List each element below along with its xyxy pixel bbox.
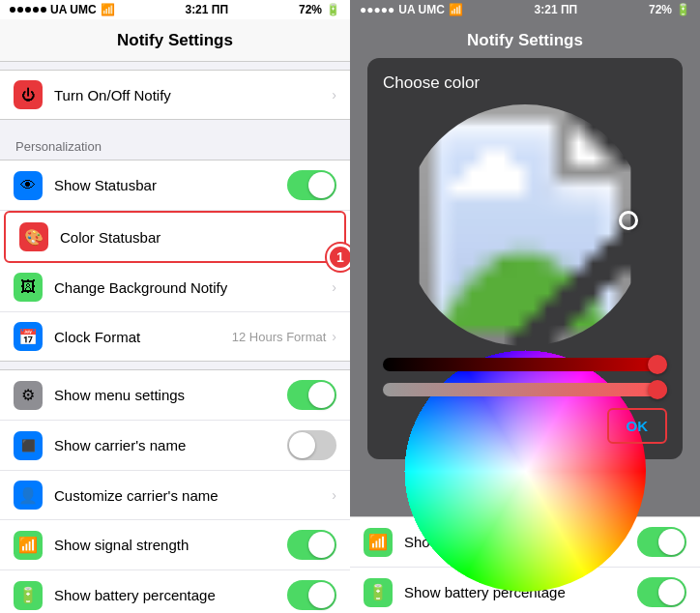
- right-status-bar: ●●●●● UA UMC 📶 3:21 ПП 72% 🔋: [350, 0, 700, 19]
- left-nav-title: Notify Settings: [117, 31, 233, 50]
- customize-carrier-icon: 👤: [14, 481, 43, 510]
- behind-signal-toggle: [637, 527, 686, 557]
- color-statusbar-label: Color Statusbar: [60, 229, 331, 246]
- clock-format-chevron: ›: [332, 329, 336, 344]
- show-menu-label: Show menu settings: [54, 387, 287, 403]
- color-wheel-container[interactable]: [404, 104, 646, 346]
- show-statusbar-toggle[interactable]: [287, 170, 336, 200]
- show-menu-knob: [308, 382, 335, 408]
- show-menu-toggle[interactable]: [287, 380, 336, 410]
- right-wifi-icon: 📶: [449, 3, 463, 16]
- color-statusbar-icon: 🎨: [19, 222, 48, 251]
- customize-carrier-row[interactable]: 👤 Customize carrier's name ›: [0, 471, 350, 520]
- show-battery-label: Show battery percentage: [54, 587, 287, 603]
- left-nav-bar: Notify Settings: [0, 19, 350, 62]
- color-statusbar-row[interactable]: 🎨 Color Statusbar 1: [4, 211, 346, 263]
- light-slider-row: [383, 383, 667, 396]
- signal-dots: [10, 7, 46, 13]
- show-carrier-toggle[interactable]: [287, 430, 336, 460]
- left-settings-list[interactable]: ⏻ Turn On/Off Notify › Personalization 👁…: [0, 62, 350, 613]
- show-statusbar-knob: [308, 172, 335, 198]
- right-signal-dots: ●●●●●: [360, 3, 394, 16]
- change-bg-icon: 🖼: [14, 273, 43, 302]
- left-status-bar-left: UA UMC 📶: [10, 3, 115, 16]
- time-display: 3:21 ПП: [185, 3, 228, 16]
- color-wheel-svg[interactable]: [404, 104, 646, 346]
- step-1-badge: 1: [327, 244, 350, 271]
- show-carrier-row[interactable]: ⬛ Show carrier's name: [0, 421, 350, 471]
- turn-onoff-chevron: ›: [332, 87, 336, 102]
- change-bg-label: Change Background Notify: [54, 279, 332, 296]
- show-signal-toggle[interactable]: [287, 530, 336, 560]
- change-bg-row[interactable]: 🖼 Change Background Notify ›: [0, 263, 350, 312]
- color-picker-dialog: Choose color: [367, 58, 683, 459]
- behind-battery-icon: 🔋: [364, 578, 393, 607]
- first-settings-group: ⏻ Turn On/Off Notify ›: [0, 70, 350, 120]
- show-battery-row[interactable]: 🔋 Show battery percentage: [0, 570, 350, 613]
- right-carrier: UA UMC: [398, 3, 445, 16]
- light-slider-thumb[interactable]: [648, 380, 667, 399]
- show-carrier-icon: ⬛: [14, 431, 43, 460]
- left-status-bar-right: 72% 🔋: [299, 3, 340, 16]
- turn-onoff-row[interactable]: ⏻ Turn On/Off Notify ›: [0, 71, 350, 119]
- show-battery-toggle[interactable]: [287, 580, 336, 610]
- change-bg-chevron: ›: [332, 279, 336, 295]
- right-time: 3:21 ПП: [535, 3, 578, 16]
- clock-format-value: 12 Hours Format: [232, 330, 327, 344]
- ok-button[interactable]: OK: [607, 408, 668, 444]
- dark-slider-thumb[interactable]: [648, 355, 667, 374]
- show-signal-row[interactable]: 📶 Show signal strength: [0, 520, 350, 570]
- customize-carrier-label: Customize carrier's name: [54, 487, 332, 504]
- light-slider-track[interactable]: [383, 383, 667, 396]
- show-signal-label: Show signal strength: [54, 537, 287, 553]
- right-nav-bar: Notify Settings: [350, 19, 700, 62]
- show-carrier-label: Show carrier's name: [54, 437, 287, 453]
- show-statusbar-label: Show Statusbar: [54, 177, 287, 193]
- personalization-label: Personalization: [0, 128, 350, 160]
- personalization-group: 👁 Show Statusbar 🎨 Color Statusbar 1 🖼: [0, 160, 350, 362]
- show-menu-row[interactable]: ⚙ Show menu settings: [0, 370, 350, 421]
- carrier-name: UA UMC: [50, 3, 97, 16]
- clock-format-row[interactable]: 📅 Clock Format 12 Hours Format ›: [0, 312, 350, 361]
- battery-level: 72%: [299, 3, 322, 16]
- show-statusbar-row[interactable]: 👁 Show Statusbar: [0, 161, 350, 211]
- show-signal-icon: 📶: [14, 531, 43, 560]
- show-battery-knob: [308, 582, 335, 608]
- dialog-title: Choose color: [383, 73, 480, 93]
- show-menu-icon: ⚙: [14, 381, 43, 410]
- right-status-left: ●●●●● UA UMC 📶: [360, 3, 463, 16]
- show-statusbar-icon: 👁: [14, 171, 43, 200]
- show-carrier-knob: [289, 432, 315, 458]
- right-nav-title: Notify Settings: [467, 31, 583, 50]
- show-battery-icon: 🔋: [14, 581, 43, 610]
- right-battery: 72%: [649, 3, 672, 16]
- wifi-icon: 📶: [101, 3, 115, 16]
- behind-battery-toggle: [637, 577, 686, 607]
- battery-icon: 🔋: [326, 3, 340, 16]
- left-phone-panel: UA UMC 📶 3:21 ПП 72% 🔋 Notify Settings ⏻…: [0, 0, 350, 613]
- dark-slider-row: [383, 358, 667, 371]
- right-status-right: 72% 🔋: [649, 3, 690, 16]
- left-status-bar: UA UMC 📶 3:21 ПП 72% 🔋: [0, 0, 350, 19]
- customize-carrier-chevron: ›: [332, 487, 336, 503]
- turn-onoff-icon: ⏻: [14, 80, 43, 109]
- wheel-cursor: [619, 211, 638, 230]
- show-signal-knob: [308, 532, 335, 558]
- right-battery-icon: 🔋: [676, 3, 690, 16]
- turn-onoff-label: Turn On/Off Notify: [54, 87, 332, 103]
- right-phone-panel: ●●●●● UA UMC 📶 3:21 ПП 72% 🔋 Notify Sett…: [350, 0, 700, 613]
- clock-format-label: Clock Format: [54, 329, 232, 345]
- behind-signal-icon: 📶: [364, 528, 393, 557]
- second-settings-group: ⚙ Show menu settings ⬛ Show carrier's na…: [0, 369, 350, 613]
- dark-slider-track[interactable]: [383, 358, 667, 371]
- clock-format-icon: 📅: [14, 322, 43, 351]
